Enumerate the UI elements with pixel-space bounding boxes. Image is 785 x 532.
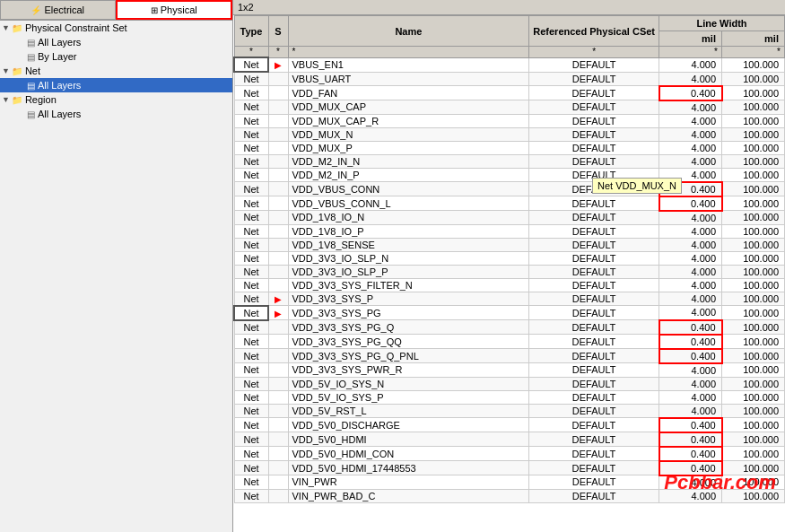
tab-electrical[interactable]: ⚡ Electrical xyxy=(0,0,116,20)
cell-min[interactable]: 4.000 xyxy=(659,306,722,320)
cell-max[interactable]: 100.000 xyxy=(722,57,785,72)
cell-min[interactable]: 4.000 xyxy=(659,168,722,182)
cell-ref: DEFAULT xyxy=(529,292,659,306)
cell-max[interactable]: 100.000 xyxy=(722,72,785,86)
table-row[interactable]: NetVDD_3V3_IO_SLP_PDEFAULT4.000100.000 xyxy=(234,265,785,278)
cell-min[interactable]: 4.000 xyxy=(659,154,722,168)
cell-min[interactable]: 0.400 xyxy=(659,196,722,211)
cell-min[interactable]: 4.000 xyxy=(659,57,722,72)
cell-max[interactable]: 100.000 xyxy=(722,390,785,404)
cell-min[interactable]: 0.400 xyxy=(659,349,722,363)
cell-min[interactable]: 4.000 xyxy=(659,100,722,115)
cell-ref: DEFAULT xyxy=(529,363,659,378)
table-row[interactable]: NetVDD_3V3_SYS_FILTER_NDEFAULT4.000100.0… xyxy=(234,278,785,292)
table-row[interactable]: NetVDD_3V3_SYS_PG_QDEFAULT0.400100.000 xyxy=(234,320,785,335)
table-row[interactable]: NetVDD_FANDEFAULT0.400100.000 xyxy=(234,86,785,100)
table-row[interactable]: NetVDD_MUX_PDEFAULT4.000100.000 xyxy=(234,141,785,154)
cell-max[interactable]: 100.000 xyxy=(722,251,785,265)
table-row[interactable]: NetVDD_M2_IN_PDEFAULT4.000100.000 xyxy=(234,168,785,182)
cell-max[interactable]: 100.000 xyxy=(722,377,785,390)
table-row[interactable]: NetVDD_3V3_SYS_PG_QQDEFAULT0.400100.000 xyxy=(234,335,785,349)
table-row[interactable]: NetVDD_3V3_IO_SLP_NDEFAULT4.000100.000 xyxy=(234,251,785,265)
tree-item-region[interactable]: ▼ 📁 Region xyxy=(0,92,232,107)
cell-max[interactable]: 100.000 xyxy=(722,363,785,378)
table-row[interactable]: NetVDD_1V8_SENSEDEFAULT4.000100.000 xyxy=(234,238,785,251)
table-row[interactable]: NetVDD_VBUS_CONN_LDEFAULT0.400100.000 xyxy=(234,196,785,211)
cell-min[interactable]: 4.000 xyxy=(659,404,722,418)
cell-min[interactable]: 4.000 xyxy=(659,390,722,404)
tree-item-pcs[interactable]: ▼ 📁 Physical Constraint Set xyxy=(0,21,232,35)
cell-min[interactable]: 4.000 xyxy=(659,377,722,390)
cell-min[interactable]: 0.400 xyxy=(659,182,722,196)
table-row[interactable]: NetVDD_MUX_CAP_RDEFAULT4.000100.000 xyxy=(234,114,785,127)
cell-max[interactable]: 100.000 xyxy=(722,265,785,278)
cell-max[interactable]: 100.000 xyxy=(722,127,785,141)
cell-max[interactable]: 100.000 xyxy=(722,418,785,432)
cell-min[interactable]: 0.400 xyxy=(659,447,722,461)
table-row[interactable]: NetVDD_1V8_IO_PDEFAULT4.000100.000 xyxy=(234,224,785,238)
table-row[interactable]: NetVBUS_UARTDEFAULT4.000100.000 xyxy=(234,72,785,86)
cell-min[interactable]: 4.000 xyxy=(659,251,722,265)
cell-s xyxy=(268,224,288,238)
tree-item-net-all[interactable]: ▤ All Layers xyxy=(0,78,232,92)
table-row[interactable]: NetVDD_5V0_HDMI_CONDEFAULT0.400100.000 xyxy=(234,447,785,461)
cell-max[interactable]: 100.000 xyxy=(722,141,785,154)
cell-min[interactable]: 4.000 xyxy=(659,114,722,127)
cell-min[interactable]: 0.400 xyxy=(659,320,722,335)
cell-min[interactable]: 4.000 xyxy=(659,72,722,86)
cell-max[interactable]: 100.000 xyxy=(722,182,785,196)
table-row[interactable]: Net▶VDD_3V3_SYS_PDEFAULT4.000100.000 xyxy=(234,292,785,306)
table-row[interactable]: NetVDD_1V8_IO_NDEFAULT4.000100.000 xyxy=(234,211,785,225)
tree-item-net[interactable]: ▼ 📁 Net xyxy=(0,64,232,78)
cell-max[interactable]: 100.000 xyxy=(722,278,785,292)
cell-min[interactable]: 4.000 xyxy=(659,211,722,225)
cell-max[interactable]: 100.000 xyxy=(722,224,785,238)
cell-min[interactable]: 4.000 xyxy=(659,141,722,154)
tree-item-pcs-by[interactable]: ▤ By Layer xyxy=(0,49,232,64)
table-row[interactable]: NetVDD_VBUS_CONNDEFAULT0.400100.000 xyxy=(234,182,785,196)
table-row[interactable]: NetVDD_5V0_DISCHARGEDEFAULT0.400100.000 xyxy=(234,418,785,432)
cell-min[interactable]: 4.000 xyxy=(659,127,722,141)
cell-max[interactable]: 100.000 xyxy=(722,154,785,168)
cell-max[interactable]: 100.000 xyxy=(722,335,785,349)
cell-min[interactable]: 4.000 xyxy=(659,238,722,251)
cell-type: Net xyxy=(234,447,268,461)
table-row[interactable]: NetVDD_3V3_SYS_PWR_RDEFAULT4.000100.000 xyxy=(234,363,785,378)
cell-min[interactable]: 4.000 xyxy=(659,265,722,278)
cell-max[interactable]: 100.000 xyxy=(722,100,785,115)
cell-min[interactable]: 0.400 xyxy=(659,335,722,349)
tree-item-region-all[interactable]: ▤ All Layers xyxy=(0,107,232,121)
cell-max[interactable]: 100.000 xyxy=(722,349,785,363)
cell-min[interactable]: 4.000 xyxy=(659,292,722,306)
cell-max[interactable]: 100.000 xyxy=(722,238,785,251)
table-row[interactable]: NetVDD_MUX_NDEFAULT4.000100.000 xyxy=(234,127,785,141)
cell-max[interactable]: 100.000 xyxy=(722,320,785,335)
cell-max[interactable]: 100.000 xyxy=(722,292,785,306)
cell-min[interactable]: 4.000 xyxy=(659,278,722,292)
cell-min[interactable]: 0.400 xyxy=(659,432,722,447)
cell-max[interactable]: 100.000 xyxy=(722,168,785,182)
table-row[interactable]: Net▶VDD_3V3_SYS_PGDEFAULT4.000100.000 xyxy=(234,306,785,320)
cell-max[interactable]: 100.000 xyxy=(722,196,785,211)
tab-physical[interactable]: ⊞ Physical xyxy=(116,0,233,20)
cell-max[interactable]: 100.000 xyxy=(722,211,785,225)
cell-max[interactable]: 100.000 xyxy=(722,432,785,447)
table-row[interactable]: NetVDD_5V_IO_SYS_NDEFAULT4.000100.000 xyxy=(234,377,785,390)
table-row[interactable]: NetVDD_5V0_HDMIDEFAULT0.400100.000 xyxy=(234,432,785,447)
table-row[interactable]: NetVDD_MUX_CAPDEFAULT4.000100.000 xyxy=(234,100,785,115)
table-row[interactable]: NetVDD_5V_RST_LDEFAULT4.000100.000 xyxy=(234,404,785,418)
cell-min[interactable]: 4.000 xyxy=(659,224,722,238)
tree-item-pcs-all[interactable]: ▤ All Layers xyxy=(0,35,232,49)
table-row[interactable]: NetVDD_3V3_SYS_PG_Q_PNLDEFAULT0.400100.0… xyxy=(234,349,785,363)
cell-max[interactable]: 100.000 xyxy=(722,447,785,461)
table-row[interactable]: NetVDD_5V_IO_SYS_PDEFAULT4.000100.000 xyxy=(234,390,785,404)
cell-min[interactable]: 0.400 xyxy=(659,418,722,432)
cell-max[interactable]: 100.000 xyxy=(722,114,785,127)
cell-max[interactable]: 100.000 xyxy=(722,404,785,418)
table-row[interactable]: Net▶VBUS_EN1DEFAULT4.000100.000 xyxy=(234,57,785,72)
table-row[interactable]: NetVDD_M2_IN_NDEFAULT4.000100.000 xyxy=(234,154,785,168)
cell-min[interactable]: 4.000 xyxy=(659,363,722,378)
cell-max[interactable]: 100.000 xyxy=(722,306,785,320)
cell-min[interactable]: 0.400 xyxy=(659,86,722,100)
cell-max[interactable]: 100.000 xyxy=(722,86,785,100)
